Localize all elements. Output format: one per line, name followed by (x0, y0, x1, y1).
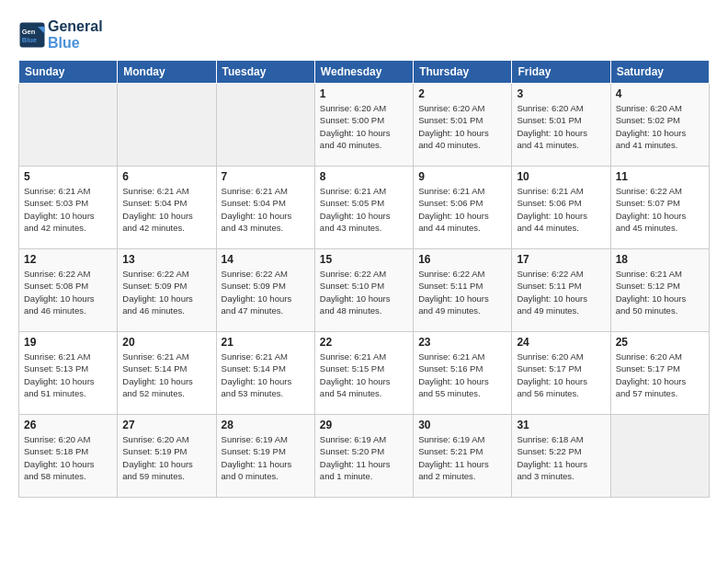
day-info: Sunrise: 6:21 AM Sunset: 5:14 PM Dayligh… (222, 350, 310, 399)
day-number: 16 (418, 253, 506, 266)
day-info: Sunrise: 6:19 AM Sunset: 5:20 PM Dayligh… (320, 433, 408, 482)
day-cell: 30Sunrise: 6:19 AM Sunset: 5:21 PM Dayli… (414, 415, 512, 498)
weekday-saturday: Saturday (610, 61, 709, 84)
day-cell: 23Sunrise: 6:21 AM Sunset: 5:16 PM Dayli… (414, 332, 512, 415)
day-number: 11 (616, 170, 704, 183)
day-info: Sunrise: 6:22 AM Sunset: 5:11 PM Dayligh… (517, 268, 605, 316)
day-info: Sunrise: 6:22 AM Sunset: 5:08 PM Dayligh… (24, 268, 112, 316)
day-info: Sunrise: 6:19 AM Sunset: 5:19 PM Dayligh… (222, 433, 310, 482)
weekday-tuesday: Tuesday (216, 61, 314, 84)
day-number: 2 (418, 87, 506, 100)
day-cell: 7Sunrise: 6:21 AM Sunset: 5:04 PM Daylig… (216, 167, 314, 249)
day-number: 12 (24, 253, 112, 266)
day-cell: 25Sunrise: 6:20 AM Sunset: 5:17 PM Dayli… (610, 332, 709, 415)
week-row-3: 12Sunrise: 6:22 AM Sunset: 5:08 PM Dayli… (19, 249, 710, 332)
day-info: Sunrise: 6:21 AM Sunset: 5:05 PM Dayligh… (320, 185, 408, 234)
day-info: Sunrise: 6:21 AM Sunset: 5:04 PM Dayligh… (222, 185, 310, 234)
day-number: 23 (418, 336, 506, 349)
logo-text-blue: Blue (48, 35, 103, 52)
week-row-5: 26Sunrise: 6:20 AM Sunset: 5:18 PM Dayli… (19, 415, 710, 498)
calendar-container: Gen Blue General Blue SundayMondayTuesda… (0, 0, 728, 507)
day-number: 4 (616, 87, 704, 100)
day-info: Sunrise: 6:21 AM Sunset: 5:16 PM Dayligh… (418, 350, 506, 399)
day-number: 3 (517, 87, 605, 100)
day-info: Sunrise: 6:20 AM Sunset: 5:17 PM Dayligh… (517, 350, 605, 399)
day-cell (19, 84, 118, 167)
weekday-monday: Monday (118, 61, 216, 84)
day-info: Sunrise: 6:22 AM Sunset: 5:07 PM Dayligh… (616, 185, 704, 234)
day-cell: 2Sunrise: 6:20 AM Sunset: 5:01 PM Daylig… (414, 84, 512, 167)
day-number: 31 (517, 419, 605, 431)
day-number: 26 (24, 419, 112, 431)
day-number: 25 (616, 336, 704, 349)
day-info: Sunrise: 6:20 AM Sunset: 5:18 PM Dayligh… (24, 433, 112, 482)
day-cell: 22Sunrise: 6:21 AM Sunset: 5:15 PM Dayli… (314, 332, 413, 415)
day-info: Sunrise: 6:20 AM Sunset: 5:01 PM Dayligh… (517, 102, 605, 151)
day-number: 30 (418, 419, 506, 431)
day-cell: 17Sunrise: 6:22 AM Sunset: 5:11 PM Dayli… (512, 249, 610, 332)
day-cell: 4Sunrise: 6:20 AM Sunset: 5:02 PM Daylig… (610, 84, 709, 167)
day-number: 10 (517, 170, 605, 183)
day-cell: 29Sunrise: 6:19 AM Sunset: 5:20 PM Dayli… (314, 415, 413, 498)
day-cell: 21Sunrise: 6:21 AM Sunset: 5:14 PM Dayli… (216, 332, 314, 415)
day-info: Sunrise: 6:21 AM Sunset: 5:03 PM Dayligh… (24, 185, 112, 234)
day-number: 6 (122, 170, 210, 183)
day-info: Sunrise: 6:21 AM Sunset: 5:14 PM Dayligh… (122, 350, 210, 399)
day-info: Sunrise: 6:22 AM Sunset: 5:11 PM Dayligh… (418, 268, 506, 316)
day-cell: 8Sunrise: 6:21 AM Sunset: 5:05 PM Daylig… (314, 167, 413, 249)
day-cell: 26Sunrise: 6:20 AM Sunset: 5:18 PM Dayli… (19, 415, 118, 498)
day-number: 17 (517, 253, 605, 266)
day-number: 14 (222, 253, 310, 266)
logo-text-general: General (48, 18, 103, 35)
logo: Gen Blue General Blue (18, 18, 103, 51)
day-cell: 9Sunrise: 6:21 AM Sunset: 5:06 PM Daylig… (414, 167, 512, 249)
day-cell: 3Sunrise: 6:20 AM Sunset: 5:01 PM Daylig… (512, 84, 610, 167)
day-number: 19 (24, 336, 112, 349)
day-number: 7 (222, 170, 310, 183)
day-cell: 28Sunrise: 6:19 AM Sunset: 5:19 PM Dayli… (216, 415, 314, 498)
day-cell (118, 84, 216, 167)
logo-icon: Gen Blue (18, 21, 46, 49)
day-cell: 15Sunrise: 6:22 AM Sunset: 5:10 PM Dayli… (314, 249, 413, 332)
weekday-header-row: SundayMondayTuesdayWednesdayThursdayFrid… (19, 61, 710, 84)
day-info: Sunrise: 6:21 AM Sunset: 5:06 PM Dayligh… (418, 185, 506, 234)
weekday-thursday: Thursday (414, 61, 512, 84)
day-cell: 12Sunrise: 6:22 AM Sunset: 5:08 PM Dayli… (19, 249, 118, 332)
day-info: Sunrise: 6:19 AM Sunset: 5:21 PM Dayligh… (418, 433, 506, 482)
day-number: 18 (616, 253, 704, 266)
day-number: 22 (320, 336, 408, 349)
day-cell (216, 84, 314, 167)
day-number: 15 (320, 253, 408, 266)
day-info: Sunrise: 6:21 AM Sunset: 5:06 PM Dayligh… (517, 185, 605, 234)
day-cell: 1Sunrise: 6:20 AM Sunset: 5:00 PM Daylig… (314, 84, 413, 167)
day-cell: 5Sunrise: 6:21 AM Sunset: 5:03 PM Daylig… (19, 167, 118, 249)
calendar-body: 1Sunrise: 6:20 AM Sunset: 5:00 PM Daylig… (19, 84, 710, 498)
day-cell: 31Sunrise: 6:18 AM Sunset: 5:22 PM Dayli… (512, 415, 610, 498)
day-number: 13 (122, 253, 210, 266)
day-number: 28 (222, 419, 310, 431)
day-info: Sunrise: 6:21 AM Sunset: 5:12 PM Dayligh… (616, 268, 704, 316)
day-number: 5 (24, 170, 112, 183)
day-number: 9 (418, 170, 506, 183)
day-cell: 19Sunrise: 6:21 AM Sunset: 5:13 PM Dayli… (19, 332, 118, 415)
day-cell: 13Sunrise: 6:22 AM Sunset: 5:09 PM Dayli… (118, 249, 216, 332)
week-row-2: 5Sunrise: 6:21 AM Sunset: 5:03 PM Daylig… (19, 167, 710, 249)
day-info: Sunrise: 6:20 AM Sunset: 5:00 PM Dayligh… (320, 102, 408, 151)
day-info: Sunrise: 6:21 AM Sunset: 5:04 PM Dayligh… (122, 185, 210, 234)
day-cell: 18Sunrise: 6:21 AM Sunset: 5:12 PM Dayli… (610, 249, 709, 332)
day-number: 29 (320, 419, 408, 431)
weekday-sunday: Sunday (19, 61, 118, 84)
day-cell: 6Sunrise: 6:21 AM Sunset: 5:04 PM Daylig… (118, 167, 216, 249)
header: Gen Blue General Blue (18, 18, 710, 51)
day-info: Sunrise: 6:20 AM Sunset: 5:02 PM Dayligh… (616, 102, 704, 151)
day-info: Sunrise: 6:20 AM Sunset: 5:01 PM Dayligh… (418, 102, 506, 151)
day-info: Sunrise: 6:22 AM Sunset: 5:09 PM Dayligh… (222, 268, 310, 316)
week-row-4: 19Sunrise: 6:21 AM Sunset: 5:13 PM Dayli… (19, 332, 710, 415)
day-cell: 20Sunrise: 6:21 AM Sunset: 5:14 PM Dayli… (118, 332, 216, 415)
day-cell: 14Sunrise: 6:22 AM Sunset: 5:09 PM Dayli… (216, 249, 314, 332)
day-cell: 10Sunrise: 6:21 AM Sunset: 5:06 PM Dayli… (512, 167, 610, 249)
calendar-header: SundayMondayTuesdayWednesdayThursdayFrid… (19, 61, 710, 84)
day-number: 20 (122, 336, 210, 349)
day-info: Sunrise: 6:21 AM Sunset: 5:15 PM Dayligh… (320, 350, 408, 399)
day-cell (610, 415, 709, 498)
